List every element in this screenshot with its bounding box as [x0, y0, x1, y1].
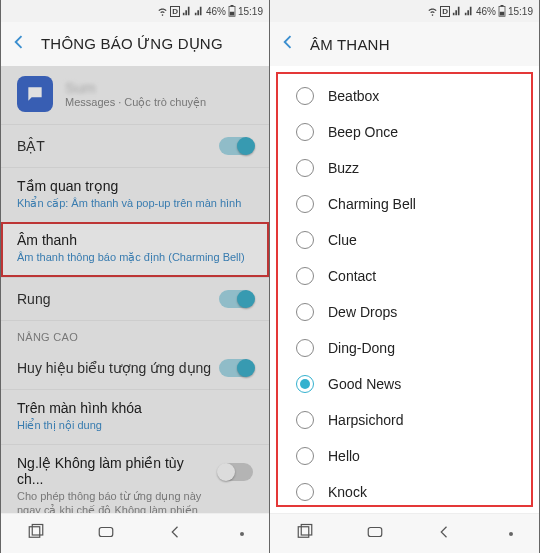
svg-rect-10	[301, 524, 312, 535]
svg-rect-2	[230, 12, 235, 16]
radio-icon	[296, 267, 314, 285]
back-nav-button[interactable]	[167, 523, 185, 545]
back-icon[interactable]	[278, 32, 298, 56]
status-bar: D 46% 15:19	[270, 0, 539, 22]
recents-button[interactable]	[27, 523, 45, 545]
sound-option[interactable]: Beep Once	[278, 114, 531, 150]
radio-icon	[296, 159, 314, 177]
sound-option[interactable]: Charming Bell	[278, 186, 531, 222]
sound-option[interactable]: Buzz	[278, 150, 531, 186]
sound-option[interactable]: Dew Drops	[278, 294, 531, 330]
sound-option[interactable]: Clue	[278, 222, 531, 258]
radio-icon	[296, 447, 314, 465]
svg-rect-7	[500, 5, 503, 7]
phone-right: D 46% 15:19 ÂM THANH BeatboxBeep OnceBuz…	[270, 0, 540, 553]
nav-dot	[240, 532, 244, 536]
badge-row: Huy hiệu biểu tượng ứng dụng	[1, 347, 269, 389]
importance-title: Tầm quan trọng	[17, 178, 253, 194]
radio-icon	[296, 339, 314, 357]
nav-bar	[270, 513, 539, 553]
dnd-toggle[interactable]	[219, 463, 253, 481]
advanced-header: NÂNG CAO	[1, 320, 269, 347]
back-icon[interactable]	[9, 32, 29, 56]
sound-label: Beep Once	[328, 124, 398, 140]
app-category: Messages · Cuộc trò chuyện	[65, 96, 253, 109]
importance-sub: Khẩn cấp: Âm thanh và pop-up trên màn hì…	[17, 196, 253, 210]
sound-label: Knock	[328, 484, 367, 500]
svg-rect-1	[230, 5, 233, 7]
svg-rect-8	[500, 12, 505, 16]
sound-label: Charming Bell	[328, 196, 416, 212]
battery-icon	[498, 5, 506, 17]
sound-option[interactable]: Harpsichord	[278, 402, 531, 438]
lockscreen-title: Trên màn hình khóa	[17, 400, 253, 416]
time-text: 15:19	[508, 6, 533, 17]
sound-label: Dew Drops	[328, 304, 397, 320]
sound-label: Contact	[328, 268, 376, 284]
battery-icon	[228, 5, 236, 17]
sound-option[interactable]: Ding-Dong	[278, 330, 531, 366]
svg-rect-5	[99, 527, 113, 536]
radio-icon	[296, 375, 314, 393]
svg-rect-4	[32, 524, 43, 535]
sound-list: BeatboxBeep OnceBuzzCharming BellClueCon…	[276, 72, 533, 507]
radio-icon	[296, 303, 314, 321]
signal-icon-2	[194, 6, 204, 16]
vibrate-label: Rung	[17, 291, 50, 307]
battery-text: 46%	[476, 6, 496, 17]
sound-label: Buzz	[328, 160, 359, 176]
master-toggle-row: BẬT	[1, 124, 269, 167]
vibrate-row: Rung	[1, 277, 269, 320]
radio-icon	[296, 87, 314, 105]
radio-icon	[296, 195, 314, 213]
home-button[interactable]	[96, 523, 116, 545]
app-info-row[interactable]: Sum Messages · Cuộc trò chuyện	[1, 66, 269, 124]
app-name: Sum	[65, 79, 253, 96]
recents-button[interactable]	[296, 523, 314, 545]
importance-setting[interactable]: Tầm quan trọng Khẩn cấp: Âm thanh và pop…	[1, 167, 269, 222]
page-title: THÔNG BÁO ỨNG DỤNG	[41, 35, 223, 53]
signal-icon	[182, 6, 192, 16]
nav-dot	[509, 532, 513, 536]
on-label: BẬT	[17, 138, 45, 154]
sound-label: Ding-Dong	[328, 340, 395, 356]
dnd-title: Ng.lệ Không làm phiền tùy ch...	[17, 455, 209, 487]
time-text: 15:19	[238, 6, 263, 17]
lockscreen-setting[interactable]: Trên màn hình khóa Hiển thị nội dung	[1, 389, 269, 444]
sound-label: Clue	[328, 232, 357, 248]
sound-option[interactable]: Good News	[278, 366, 531, 402]
signal-icon	[452, 6, 462, 16]
phone-left: D 46% 15:19 THÔNG BÁO ỨNG DỤNG	[0, 0, 270, 553]
svg-rect-11	[368, 527, 382, 536]
svg-rect-9	[298, 526, 309, 537]
status-bar: D 46% 15:19	[1, 0, 269, 22]
sound-label: Hello	[328, 448, 360, 464]
dnd-setting: Ng.lệ Không làm phiền tùy ch... Cho phép…	[1, 444, 269, 513]
radio-icon	[296, 411, 314, 429]
app-bar: ÂM THANH	[270, 22, 539, 66]
wifi-icon	[427, 6, 438, 17]
dnd-sub: Cho phép thông báo từ ứng dụng này ngay …	[17, 489, 209, 513]
sound-option[interactable]: Beatbox	[278, 78, 531, 114]
sound-label: Good News	[328, 376, 401, 392]
radio-icon	[296, 483, 314, 501]
sound-label: Beatbox	[328, 88, 379, 104]
wifi-icon	[157, 6, 168, 17]
sound-option[interactable]: Knock	[278, 474, 531, 507]
sound-label: Harpsichord	[328, 412, 403, 428]
sound-option[interactable]: Contact	[278, 258, 531, 294]
messages-app-icon	[17, 76, 53, 112]
battery-text: 46%	[206, 6, 226, 17]
page-title: ÂM THANH	[310, 36, 390, 53]
radio-icon	[296, 231, 314, 249]
master-toggle[interactable]	[219, 137, 253, 155]
vibrate-toggle[interactable]	[219, 290, 253, 308]
back-nav-button[interactable]	[436, 523, 454, 545]
sound-sub: Âm thanh thông báo mặc định (Charming Be…	[17, 250, 253, 264]
sound-option[interactable]: Hello	[278, 438, 531, 474]
badge-toggle[interactable]	[219, 359, 253, 377]
sound-title: Âm thanh	[17, 232, 253, 248]
sound-setting[interactable]: Âm thanh Âm thanh thông báo mặc định (Ch…	[1, 222, 269, 276]
home-button[interactable]	[365, 523, 385, 545]
lockscreen-sub: Hiển thị nội dung	[17, 418, 253, 432]
